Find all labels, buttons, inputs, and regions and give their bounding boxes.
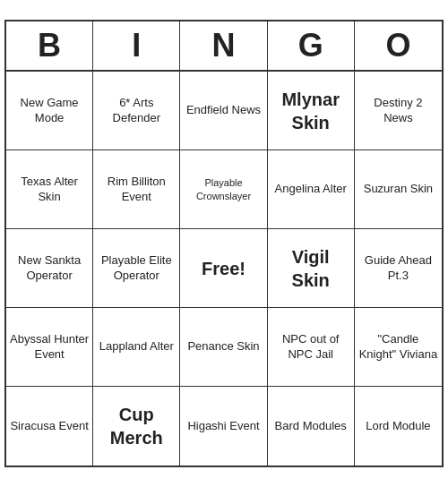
bingo-cell-24: Lord Module xyxy=(355,387,442,466)
bingo-grid: New Game Mode6* Arts DefenderEndfield Ne… xyxy=(6,72,442,466)
bingo-cell-12: Free! xyxy=(180,229,267,308)
bingo-cell-18: NPC out of NPC Jail xyxy=(268,308,355,387)
header-letter: N xyxy=(180,21,267,70)
header-letter: O xyxy=(355,21,442,70)
bingo-cell-9: Suzuran Skin xyxy=(355,150,442,229)
bingo-cell-22: Higashi Event xyxy=(180,387,267,466)
bingo-cell-13: Vigil Skin xyxy=(268,229,355,308)
bingo-cell-17: Penance Skin xyxy=(180,308,267,387)
bingo-cell-6: Rim Billiton Event xyxy=(93,150,180,229)
bingo-cell-1: 6* Arts Defender xyxy=(93,72,180,150)
header-letter: B xyxy=(6,21,93,70)
bingo-cell-21: Cup Merch xyxy=(93,387,180,466)
bingo-cell-2: Endfield News xyxy=(180,72,267,150)
bingo-cell-3: Mlynar Skin xyxy=(268,72,355,150)
bingo-cell-15: Abyssal Hunter Event xyxy=(6,308,93,387)
bingo-cell-8: Angelina Alter xyxy=(268,150,355,229)
bingo-header: BINGO xyxy=(6,21,442,72)
header-letter: G xyxy=(268,21,355,70)
bingo-cell-11: Playable Elite Operator xyxy=(93,229,180,308)
bingo-cell-16: Lappland Alter xyxy=(93,308,180,387)
bingo-cell-7: Playable Crownslayer xyxy=(180,150,267,229)
bingo-cell-0: New Game Mode xyxy=(6,72,93,150)
bingo-card: BINGO New Game Mode6* Arts DefenderEndfi… xyxy=(4,20,444,467)
bingo-cell-23: Bard Modules xyxy=(268,387,355,466)
bingo-cell-4: Destiny 2 News xyxy=(355,72,442,150)
bingo-cell-14: Guide Ahead Pt.3 xyxy=(355,229,442,308)
bingo-cell-10: New Sankta Operator xyxy=(6,229,93,308)
header-letter: I xyxy=(93,21,180,70)
bingo-cell-19: "Candle Knight" Viviana xyxy=(355,308,442,387)
bingo-cell-5: Texas Alter Skin xyxy=(6,150,93,229)
bingo-cell-20: Siracusa Event xyxy=(6,387,93,466)
